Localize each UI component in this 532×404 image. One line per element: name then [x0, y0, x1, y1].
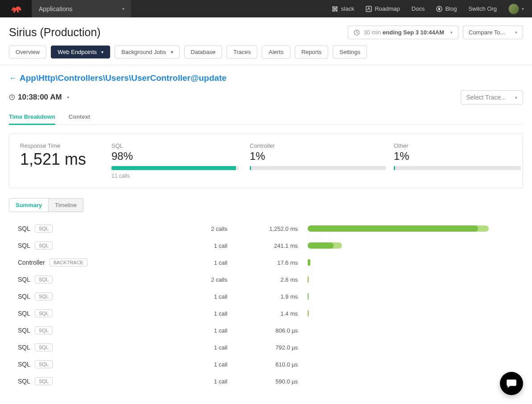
select-trace-dropdown[interactable]: Select Trace... ▾ — [461, 90, 523, 104]
chat-fab[interactable] — [500, 372, 523, 395]
select-trace-label: Select Trace... — [466, 94, 506, 101]
call-row[interactable]: SQLSQL1 call610.0 µs — [18, 356, 523, 373]
call-time: 1,252.0 ms — [241, 225, 308, 232]
docs-label: Docs — [412, 5, 425, 12]
blog-link[interactable]: Blog — [436, 5, 457, 12]
call-count: 1 call — [152, 259, 241, 266]
call-badge[interactable]: SQL — [35, 377, 53, 385]
call-row[interactable]: SQLSQL1 call1.9 ms — [18, 288, 523, 305]
svg-rect-8 — [438, 8, 440, 10]
call-time: 610.0 µs — [241, 361, 308, 368]
chat-icon — [506, 378, 517, 389]
call-badge[interactable]: BACKTRACE — [49, 258, 87, 267]
metric-value: 1% — [250, 150, 394, 162]
logo[interactable] — [0, 0, 32, 17]
call-row[interactable]: SQLSQL1 call792.0 µs — [18, 339, 523, 356]
call-name-cell: SQLSQL — [18, 326, 152, 334]
metric-bar — [111, 166, 239, 170]
call-name: SQL — [18, 276, 30, 283]
call-bar-self — [308, 259, 310, 266]
call-time: 792.0 µs — [241, 344, 308, 351]
call-name: SQL — [18, 378, 30, 385]
endpoint-name: App\Http\Controllers\Users\UserControlle… — [20, 73, 227, 83]
dot-separator: • — [67, 94, 70, 101]
tab-overview[interactable]: Overview — [9, 46, 46, 58]
tab-web-endpoints[interactable]: Web Endpoints▾ — [51, 46, 110, 58]
switch-org-link[interactable]: Switch Org — [468, 5, 497, 12]
call-bar — [308, 293, 523, 300]
slack-label: slack — [341, 5, 355, 12]
call-time: 806.0 µs — [241, 327, 308, 334]
page-header: Sirius (Production) 30 min ending Sep 3 … — [0, 17, 532, 65]
call-name-cell: SQLSQL — [18, 275, 152, 283]
roadmap-icon — [366, 6, 372, 12]
tab-alerts[interactable]: Alerts — [262, 46, 290, 58]
call-count: 1 call — [152, 344, 241, 351]
call-badge[interactable]: SQL — [35, 275, 53, 283]
call-badge[interactable]: SQL — [35, 360, 53, 368]
slack-link[interactable]: slack — [331, 5, 355, 12]
call-row[interactable]: SQLSQL1 call241.1 ms — [18, 237, 523, 254]
mode-tab-summary[interactable]: Summary — [9, 198, 49, 212]
chevron-down-icon: ▾ — [171, 50, 173, 54]
metric-bar — [394, 166, 521, 170]
timestamp-text: 10:38:00 AM — [18, 93, 62, 102]
call-name: SQL — [18, 344, 30, 351]
app-title: Sirius (Production) — [9, 26, 101, 39]
metric-sub: 11 calls — [111, 173, 250, 179]
call-name: SQL — [18, 225, 30, 232]
metric-value: 1,521 ms — [20, 150, 111, 169]
applications-dropdown[interactable]: Applications ▾ — [32, 0, 132, 17]
user-menu[interactable]: ▾ — [508, 4, 524, 14]
call-bar-self — [308, 225, 478, 232]
tab-settings[interactable]: Settings — [333, 46, 367, 58]
metric-label: SQL — [111, 142, 250, 149]
call-name: SQL — [18, 242, 30, 249]
tab-traces[interactable]: Traces — [227, 46, 257, 58]
metric-value: 1% — [394, 150, 521, 162]
subtab-time-breakdown[interactable]: Time Breakdown — [9, 111, 55, 125]
blog-icon — [436, 6, 442, 12]
chevron-down-icon: ▾ — [515, 30, 517, 35]
roadmap-link[interactable]: Roadmap — [366, 5, 400, 12]
call-badge[interactable]: SQL — [35, 309, 53, 317]
call-badge[interactable]: SQL — [35, 225, 53, 233]
call-count: 1 call — [152, 361, 241, 368]
call-time: 241.1 ms — [241, 242, 308, 249]
call-count: 1 call — [152, 378, 241, 385]
subtab-context[interactable]: Context — [69, 111, 90, 125]
call-name-cell: SQLSQL — [18, 343, 152, 351]
tab-database[interactable]: Database — [184, 46, 223, 58]
call-name-cell: SQLSQL — [18, 225, 152, 233]
compare-dropdown[interactable]: Compare To... ▾ — [463, 25, 523, 39]
endpoint-back-link[interactable]: ← App\Http\Controllers\Users\UserControl… — [9, 73, 227, 83]
call-row[interactable]: SQLSQL2 calls1,252.0 ms — [18, 220, 523, 237]
call-time: 17.6 ms — [241, 259, 308, 266]
call-row[interactable]: SQLSQL1 call1.4 ms — [18, 305, 523, 322]
docs-link[interactable]: Docs — [412, 5, 425, 12]
compare-label: Compare To... — [469, 29, 505, 36]
tab-background-jobs[interactable]: Background Jobs▾ — [115, 46, 179, 58]
timerange-picker[interactable]: 30 min ending Sep 3 10:44AM ▾ — [348, 25, 458, 39]
call-row[interactable]: SQLSQL2 calls2.8 ms — [18, 271, 523, 288]
call-badge[interactable]: SQL — [35, 292, 53, 300]
call-row[interactable]: SQLSQL1 call590.0 µs — [18, 373, 523, 390]
call-row[interactable]: ControllerBACKTRACE1 call17.6 ms — [18, 254, 523, 271]
call-name: SQL — [18, 327, 30, 334]
call-row[interactable]: SQLSQL1 call806.0 µs — [18, 322, 523, 339]
call-badge[interactable]: SQL — [35, 326, 53, 334]
call-bar — [308, 276, 523, 283]
call-time: 2.8 ms — [241, 276, 308, 283]
call-badge[interactable]: SQL — [35, 343, 53, 351]
metric-response-time: Response Time 1,521 ms — [20, 142, 111, 179]
chevron-down-icon: ▾ — [515, 95, 517, 100]
roadmap-label: Roadmap — [375, 5, 400, 12]
chevron-down-icon: ▾ — [450, 30, 453, 35]
metric-bar-fill — [250, 166, 251, 170]
svg-point-1 — [336, 6, 338, 8]
call-badge[interactable]: SQL — [35, 242, 53, 250]
tab-reports[interactable]: Reports — [295, 46, 329, 58]
call-count: 1 call — [152, 327, 241, 334]
mode-tab-timeline[interactable]: Timeline — [49, 198, 83, 212]
call-name-cell: SQLSQL — [18, 377, 152, 385]
